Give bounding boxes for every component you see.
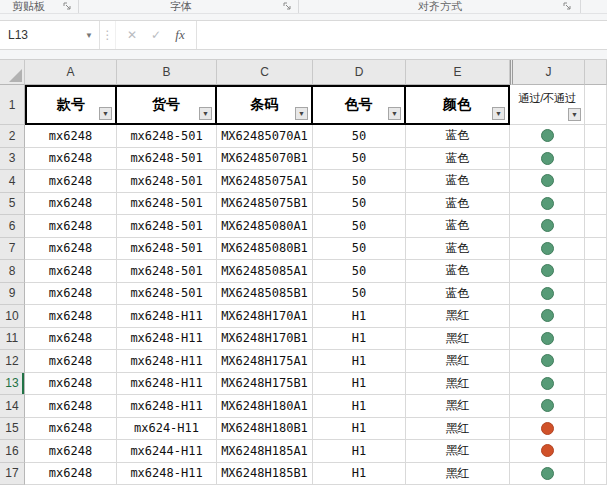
- empty-cell[interactable]: [585, 238, 607, 261]
- cell-d16[interactable]: H1: [313, 440, 406, 463]
- empty-cell[interactable]: [585, 215, 607, 238]
- empty-cell[interactable]: [585, 283, 607, 306]
- row-header[interactable]: 13: [0, 373, 25, 396]
- cell-a17[interactable]: mx6248: [25, 463, 117, 485]
- cell-j13[interactable]: [510, 373, 585, 396]
- cell-e13[interactable]: 黑红: [406, 373, 510, 396]
- formula-bar-drag-handle[interactable]: ⋮: [100, 21, 116, 49]
- empty-cell[interactable]: [585, 418, 607, 441]
- cell-b11[interactable]: mx6248-H11: [117, 328, 217, 351]
- cell-a13[interactable]: mx6248: [25, 373, 117, 396]
- cell-c14[interactable]: MX6248H180A1: [217, 395, 313, 418]
- cell-e8[interactable]: 蓝色: [406, 260, 510, 283]
- cell-a16[interactable]: mx6248: [25, 440, 117, 463]
- empty-cell[interactable]: [585, 463, 607, 485]
- cell-c7[interactable]: MX62485080B1: [217, 238, 313, 261]
- cell-c16[interactable]: MX6248H185A1: [217, 440, 313, 463]
- empty-cell[interactable]: [585, 395, 607, 418]
- cell-e12[interactable]: 黑红: [406, 350, 510, 373]
- cell-a6[interactable]: mx6248: [25, 215, 117, 238]
- row-header[interactable]: 11: [0, 328, 25, 351]
- cell-j6[interactable]: [510, 215, 585, 238]
- cell-j10[interactable]: [510, 305, 585, 328]
- cell-c4[interactable]: MX62485075A1: [217, 170, 313, 193]
- filter-dropdown-icon[interactable]: ▼: [295, 107, 308, 120]
- row-header[interactable]: 8: [0, 260, 25, 283]
- cell-a8[interactable]: mx6248: [25, 260, 117, 283]
- cell-j5[interactable]: [510, 193, 585, 216]
- formula-input[interactable]: [197, 21, 607, 49]
- cell-b3[interactable]: mx6248-501: [117, 148, 217, 171]
- row-header[interactable]: 1: [0, 85, 25, 125]
- empty-cell[interactable]: [585, 350, 607, 373]
- cell-b16[interactable]: mx6244-H11: [117, 440, 217, 463]
- cell-j7[interactable]: [510, 238, 585, 261]
- empty-cell[interactable]: [585, 305, 607, 328]
- column-header-j[interactable]: J: [510, 60, 585, 85]
- cell-a10[interactable]: mx6248: [25, 305, 117, 328]
- cell-d7[interactable]: 50: [313, 238, 406, 261]
- cell-j15[interactable]: [510, 418, 585, 441]
- cell-e9[interactable]: 蓝色: [406, 283, 510, 306]
- column-header-d[interactable]: D: [313, 60, 406, 85]
- select-all-corner[interactable]: [0, 60, 25, 85]
- cell-b4[interactable]: mx6248-501: [117, 170, 217, 193]
- row-header[interactable]: 17: [0, 463, 25, 485]
- cell-b5[interactable]: mx6248-501: [117, 193, 217, 216]
- cell-e15[interactable]: 黑红: [406, 418, 510, 441]
- dialog-launcher-icon[interactable]: [62, 1, 73, 12]
- row-header[interactable]: 7: [0, 238, 25, 261]
- row-header[interactable]: 2: [0, 125, 25, 148]
- cell-e16[interactable]: 黑红: [406, 440, 510, 463]
- empty-cell[interactable]: [585, 125, 607, 148]
- cell-c5[interactable]: MX62485075B1: [217, 193, 313, 216]
- cell-c8[interactable]: MX62485085A1: [217, 260, 313, 283]
- cell-c9[interactable]: MX62485085B1: [217, 283, 313, 306]
- cell-d2[interactable]: 50: [313, 125, 406, 148]
- enter-icon[interactable]: ✓: [144, 28, 168, 42]
- cell-d4[interactable]: 50: [313, 170, 406, 193]
- cell-b15[interactable]: mx624-H11: [117, 418, 217, 441]
- cell-c6[interactable]: MX62485080A1: [217, 215, 313, 238]
- chevron-down-icon[interactable]: ▼: [85, 31, 93, 40]
- filter-dropdown-icon[interactable]: ▼: [568, 108, 581, 121]
- cell-e2[interactable]: 蓝色: [406, 125, 510, 148]
- empty-cell[interactable]: [585, 170, 607, 193]
- cell-j16[interactable]: [510, 440, 585, 463]
- empty-cell[interactable]: [585, 260, 607, 283]
- cell-e6[interactable]: 蓝色: [406, 215, 510, 238]
- cell-c15[interactable]: MX6248H180B1: [217, 418, 313, 441]
- cell-b10[interactable]: mx6248-H11: [117, 305, 217, 328]
- cell-d17[interactable]: H1: [313, 463, 406, 485]
- dialog-launcher-icon[interactable]: [562, 1, 573, 12]
- cell-b12[interactable]: mx6248-H11: [117, 350, 217, 373]
- cell-a4[interactable]: mx6248: [25, 170, 117, 193]
- cell-c10[interactable]: MX6248H170A1: [217, 305, 313, 328]
- row-header[interactable]: 14: [0, 395, 25, 418]
- column-header-a[interactable]: A: [25, 60, 117, 85]
- empty-cell[interactable]: [585, 193, 607, 216]
- cell-b8[interactable]: mx6248-501: [117, 260, 217, 283]
- dialog-launcher-icon[interactable]: [282, 1, 293, 12]
- cell-c11[interactable]: MX6248H170B1: [217, 328, 313, 351]
- column-header-c[interactable]: C: [217, 60, 313, 85]
- filter-dropdown-icon[interactable]: ▼: [199, 107, 212, 120]
- cell-d10[interactable]: H1: [313, 305, 406, 328]
- row-header[interactable]: 9: [0, 283, 25, 306]
- cell-b6[interactable]: mx6248-501: [117, 215, 217, 238]
- cell-e14[interactable]: 黑红: [406, 395, 510, 418]
- cell-a7[interactable]: mx6248: [25, 238, 117, 261]
- empty-cell[interactable]: [585, 328, 607, 351]
- empty-cell[interactable]: [585, 85, 607, 125]
- filter-dropdown-icon[interactable]: ▼: [99, 107, 112, 120]
- cell-j12[interactable]: [510, 350, 585, 373]
- empty-cell[interactable]: [585, 148, 607, 171]
- cell-j2[interactable]: [510, 125, 585, 148]
- cell-a14[interactable]: mx6248: [25, 395, 117, 418]
- column-header-e[interactable]: E: [406, 60, 510, 85]
- header-cell-d1[interactable]: 色号 ▼: [313, 85, 406, 125]
- name-box[interactable]: L13 ▼: [0, 21, 100, 49]
- cell-e4[interactable]: 蓝色: [406, 170, 510, 193]
- cell-b7[interactable]: mx6248-501: [117, 238, 217, 261]
- cell-e7[interactable]: 蓝色: [406, 238, 510, 261]
